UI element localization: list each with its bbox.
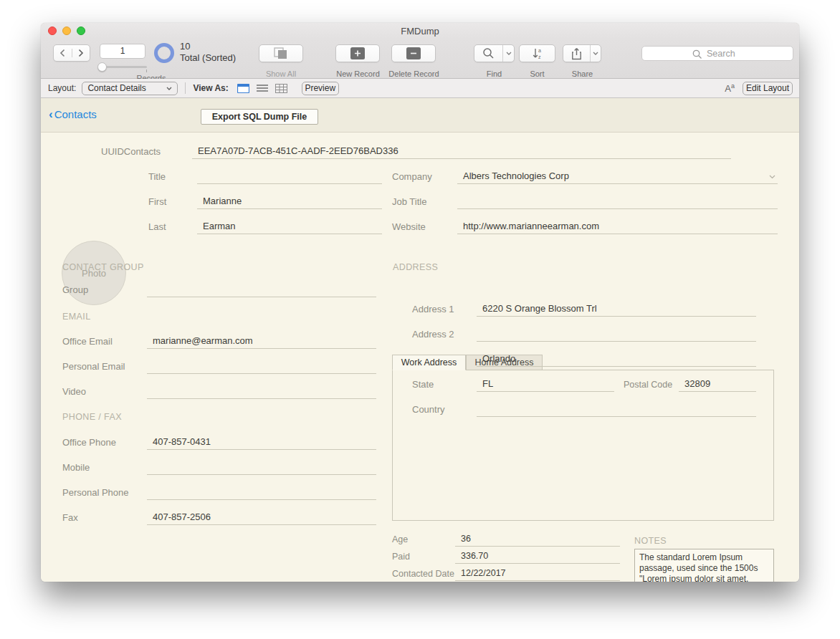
company-field[interactable]: Albers Technologies Corp	[457, 170, 778, 184]
total-count: 10	[180, 41, 236, 52]
magnifier-icon	[482, 47, 495, 59]
office-phone-field[interactable]: 407-857-0431	[147, 436, 376, 450]
job-title-label: Job Title	[392, 196, 457, 209]
contacted-date-field[interactable]: 12/22/2017	[455, 568, 620, 581]
group-field[interactable]	[147, 294, 376, 297]
chevron-down-icon	[166, 87, 172, 90]
website-field[interactable]: http://www.marianneearman.com	[457, 221, 778, 234]
video-label: Video	[62, 386, 147, 399]
slider-tick	[146, 69, 147, 72]
first-name-label: First	[148, 196, 197, 209]
country-label: Country	[412, 404, 477, 417]
new-record-button[interactable]	[335, 44, 380, 62]
share-dropdown[interactable]	[590, 45, 601, 62]
mobile-field[interactable]	[147, 472, 376, 475]
job-title-field[interactable]	[457, 206, 778, 209]
notes-field[interactable]: The standard Lorem Ipsum passage, used s…	[634, 549, 774, 582]
minimize-button[interactable]	[62, 27, 71, 35]
personal-email-field[interactable]	[147, 371, 376, 374]
postal-code-field[interactable]: 32809	[679, 378, 756, 392]
company-value: Albers Technologies Corp	[463, 170, 569, 181]
layout-label: Layout:	[48, 83, 76, 93]
office-email-field[interactable]: marianne@earman.com	[147, 335, 376, 349]
chevron-down-icon	[593, 52, 598, 55]
title-label: Title	[148, 171, 197, 184]
text-formatting-icon[interactable]: Aa	[725, 82, 735, 94]
find-main[interactable]	[474, 47, 502, 59]
address2-label: Address 2	[412, 329, 477, 342]
office-email-label: Office Email	[62, 336, 147, 349]
show-all-label: Show All	[249, 69, 313, 78]
format-small-glyph: a	[731, 82, 735, 90]
new-record-label: New Record	[331, 69, 385, 78]
search-input[interactable]	[707, 47, 789, 59]
office-phone-label: Office Phone	[62, 437, 147, 450]
phone-fax-section-header: PHONE / FAX	[62, 412, 122, 422]
find-button[interactable]	[474, 44, 515, 62]
age-field[interactable]: 36	[455, 534, 620, 547]
search-icon	[692, 49, 702, 59]
current-record-input[interactable]: 1	[100, 44, 145, 59]
preview-button[interactable]: Preview	[302, 82, 339, 95]
back-to-contacts-link[interactable]: ‹ Contacts	[49, 108, 97, 120]
table-view-icon[interactable]	[275, 84, 287, 93]
email-section-header: EMAIL	[62, 312, 91, 322]
total-records: 10 Total (Sorted)	[180, 41, 236, 64]
list-view-icon[interactable]	[257, 84, 268, 92]
sort-label: Sort	[517, 69, 557, 78]
website-label: Website	[392, 221, 457, 234]
record-slider[interactable]	[98, 62, 147, 72]
find-label: Find	[474, 69, 514, 78]
share-label: Share	[563, 69, 602, 78]
delete-record-label: Delete Record	[383, 69, 444, 78]
zoom-button[interactable]	[77, 27, 85, 35]
personal-email-label: Personal Email	[62, 361, 147, 374]
title-bar: FMDump	[41, 23, 799, 39]
video-field[interactable]	[147, 396, 376, 399]
previous-record-button[interactable]	[54, 49, 72, 57]
close-button[interactable]	[48, 27, 57, 35]
back-link-label: Contacts	[54, 108, 97, 120]
export-sql-dump-button[interactable]: Export SQL Dump File	[201, 109, 318, 125]
group-label: Group	[62, 284, 147, 297]
edit-layout-button[interactable]: Edit Layout	[743, 82, 793, 95]
chevron-down-icon[interactable]	[769, 170, 775, 181]
found-set-pie-icon[interactable]	[154, 43, 174, 63]
form-view-icon[interactable]	[237, 84, 249, 93]
tab-work-address[interactable]: Work Address	[392, 355, 466, 370]
contacted-date-label: Contacted Date	[392, 569, 455, 581]
layout-popup-button[interactable]: Contact Details	[82, 82, 178, 95]
title-field[interactable]	[197, 181, 382, 184]
search-field[interactable]	[641, 46, 793, 61]
paid-field[interactable]: 336.70	[455, 551, 620, 564]
share-button[interactable]	[563, 44, 601, 62]
record-nav-segment	[53, 44, 90, 62]
find-dropdown[interactable]	[502, 45, 514, 62]
address-tab-panel	[392, 370, 774, 521]
fax-field[interactable]: 407-857-2506	[147, 511, 376, 525]
address2-field[interactable]	[477, 339, 756, 342]
svg-text:a: a	[538, 48, 541, 53]
country-field[interactable]	[477, 414, 756, 417]
state-field[interactable]: FL	[477, 378, 614, 392]
last-name-field[interactable]: Earman	[197, 221, 382, 234]
city-field[interactable]: Orlando	[477, 353, 756, 367]
svg-text:z: z	[538, 54, 541, 59]
show-all-button[interactable]	[259, 44, 303, 62]
next-record-button[interactable]	[72, 49, 90, 57]
address1-field[interactable]: 6220 S Orange Blossom Trl	[477, 303, 756, 317]
view-as-label: View As:	[193, 83, 228, 93]
slider-thumb[interactable]	[97, 62, 107, 72]
back-chevron-icon: ‹	[49, 109, 53, 120]
minus-record-icon	[406, 47, 421, 59]
share-main[interactable]	[563, 47, 590, 60]
first-name-field[interactable]: Marianne	[197, 196, 382, 209]
personal-phone-field[interactable]	[147, 497, 376, 500]
chevron-left-icon	[59, 49, 66, 57]
sort-button[interactable]: a z	[519, 44, 555, 62]
contact-group-section-header: CONTACT GROUP	[62, 262, 144, 272]
age-label: Age	[392, 534, 455, 547]
address-section-header: ADDRESS	[393, 262, 438, 272]
uuid-field[interactable]: EEA7A07D-7ACB-451C-AADF-2EED76BAD336	[192, 145, 731, 159]
delete-record-button[interactable]	[391, 44, 436, 62]
